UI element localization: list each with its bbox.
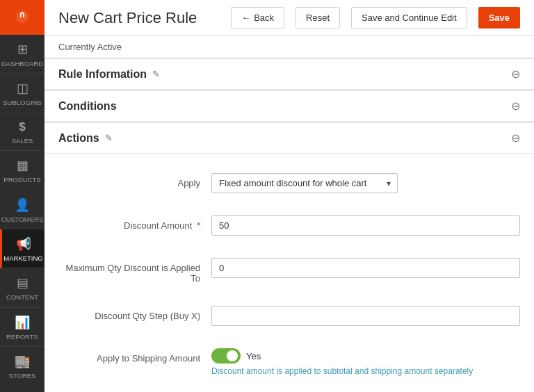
actions-header-left: Actions ✎ bbox=[58, 132, 113, 145]
apply-select[interactable]: Percent of product price discount Fixed … bbox=[211, 173, 398, 193]
rule-information-header-left: Rule Information ✎ bbox=[58, 68, 160, 81]
discount-qty-step-row: Discount Qty Step (Buy X) bbox=[58, 300, 520, 332]
discount-amount-required: * bbox=[197, 220, 200, 231]
sidebar-item-stores[interactable]: 🏬 STORES bbox=[0, 347, 44, 386]
sidebar: ⊞ DASHBOARD ◫ SUBLOGINS $ SALES ▦ PRODUC… bbox=[0, 0, 44, 392]
sidebar-item-sublogins[interactable]: ◫ SUBLOGINS bbox=[0, 74, 44, 113]
apply-shipping-toggle-row: Yes bbox=[211, 348, 520, 364]
actions-collapse-icon[interactable]: ⊖ bbox=[511, 131, 520, 145]
save-continue-button[interactable]: Save and Continue Edit bbox=[351, 7, 467, 28]
page-title: New Cart Price Rule bbox=[58, 9, 220, 27]
apply-shipping-slider bbox=[211, 348, 241, 364]
sidebar-item-system[interactable]: ⚙ SYSTEM bbox=[0, 386, 44, 392]
actions-edit-icon[interactable]: ✎ bbox=[105, 133, 113, 143]
discount-amount-row: Discount Amount * bbox=[58, 210, 520, 241]
discount-qty-step-control bbox=[211, 306, 520, 326]
save-button[interactable]: Save bbox=[478, 7, 520, 28]
back-arrow-icon: ← bbox=[241, 13, 250, 23]
discount-qty-step-label: Discount Qty Step (Buy X) bbox=[58, 306, 211, 321]
sidebar-item-reports[interactable]: 📊 REPORTS bbox=[0, 308, 44, 347]
conditions-section-header[interactable]: Conditions ⊖ bbox=[44, 90, 534, 122]
sidebar-item-content[interactable]: ▤ CONTENT bbox=[0, 268, 44, 307]
logo[interactable] bbox=[0, 0, 44, 35]
sidebar-item-products-label: PRODUCTS bbox=[3, 176, 40, 183]
sidebar-item-sales[interactable]: $ SALES bbox=[0, 113, 44, 151]
apply-shipping-toggle-label: Yes bbox=[246, 351, 261, 361]
apply-shipping-row: Apply to Shipping Amount Yes Discount am… bbox=[58, 343, 520, 382]
reset-button[interactable]: Reset bbox=[296, 7, 340, 28]
max-qty-row: Maximum Qty Discount is Applied To bbox=[58, 252, 520, 289]
dashboard-icon: ⊞ bbox=[17, 42, 28, 57]
sidebar-item-marketing[interactable]: 📢 MARKETING bbox=[0, 229, 44, 268]
customers-icon: 👤 bbox=[15, 197, 30, 213]
reports-icon: 📊 bbox=[15, 315, 30, 330]
apply-shipping-control: Yes Discount amount is applied to subtot… bbox=[211, 348, 520, 376]
conditions-collapse-icon[interactable]: ⊖ bbox=[511, 99, 520, 113]
rule-information-section-header[interactable]: Rule Information ✎ ⊖ bbox=[44, 58, 534, 90]
apply-label: Apply bbox=[58, 173, 211, 188]
apply-row: Apply Percent of product price discount … bbox=[58, 168, 520, 199]
sidebar-item-marketing-label: MARKETING bbox=[3, 254, 42, 262]
sidebar-item-stores-label: STORES bbox=[9, 372, 36, 379]
sidebar-item-sales-label: SALES bbox=[12, 137, 33, 145]
sidebar-item-customers-label: CUSTOMERS bbox=[1, 215, 44, 223]
actions-section-header[interactable]: Actions ✎ ⊖ bbox=[44, 122, 534, 154]
sidebar-item-customers[interactable]: 👤 CUSTOMERS bbox=[0, 190, 44, 229]
apply-shipping-label: Apply to Shipping Amount bbox=[58, 348, 211, 364]
rule-information-edit-icon[interactable]: ✎ bbox=[152, 69, 160, 79]
conditions-title: Conditions bbox=[58, 100, 117, 113]
sidebar-item-content-label: CONTENT bbox=[6, 293, 38, 301]
apply-shipping-hint: Discount amount is applied to subtotal a… bbox=[211, 366, 520, 376]
marketing-icon: 📢 bbox=[16, 236, 31, 252]
rule-information-collapse-icon[interactable]: ⊖ bbox=[511, 67, 520, 81]
main-content: New Cart Price Rule ← Back Reset Save an… bbox=[44, 0, 534, 392]
header: New Cart Price Rule ← Back Reset Save an… bbox=[44, 0, 534, 36]
apply-control: Percent of product price discount Fixed … bbox=[211, 173, 520, 193]
conditions-header-left: Conditions bbox=[58, 100, 117, 113]
content-area: Currently Active Rule Information ✎ ⊖ Co… bbox=[44, 36, 534, 392]
sales-icon: $ bbox=[19, 120, 25, 134]
actions-form: Apply Percent of product price discount … bbox=[44, 154, 534, 392]
back-button[interactable]: ← Back bbox=[231, 7, 284, 28]
sidebar-item-dashboard-label: DASHBOARD bbox=[1, 60, 43, 67]
sidebar-item-reports-label: REPORTS bbox=[6, 333, 38, 341]
products-icon: ▦ bbox=[17, 158, 29, 173]
sidebar-item-dashboard[interactable]: ⊞ DASHBOARD bbox=[0, 35, 44, 74]
apply-select-wrapper: Percent of product price discount Fixed … bbox=[211, 173, 398, 193]
stores-icon: 🏬 bbox=[15, 354, 30, 369]
max-qty-input[interactable] bbox=[211, 258, 520, 278]
max-qty-label: Maximum Qty Discount is Applied To bbox=[58, 258, 211, 284]
sidebar-item-products[interactable]: ▦ PRODUCTS bbox=[0, 151, 44, 190]
content-icon: ▤ bbox=[17, 275, 29, 291]
actions-title: Actions bbox=[58, 132, 99, 145]
discount-amount-input[interactable] bbox=[211, 215, 520, 236]
sidebar-item-sublogins-label: SUBLOGINS bbox=[3, 99, 41, 106]
max-qty-control bbox=[211, 258, 520, 278]
discount-amount-label: Discount Amount * bbox=[58, 215, 211, 231]
currently-active-label: Currently Active bbox=[44, 36, 534, 58]
discount-amount-control bbox=[211, 215, 520, 236]
sublogins-icon: ◫ bbox=[17, 81, 29, 96]
discount-qty-step-input[interactable] bbox=[211, 306, 520, 326]
rule-information-title: Rule Information bbox=[58, 68, 147, 81]
apply-shipping-toggle[interactable] bbox=[211, 348, 241, 364]
